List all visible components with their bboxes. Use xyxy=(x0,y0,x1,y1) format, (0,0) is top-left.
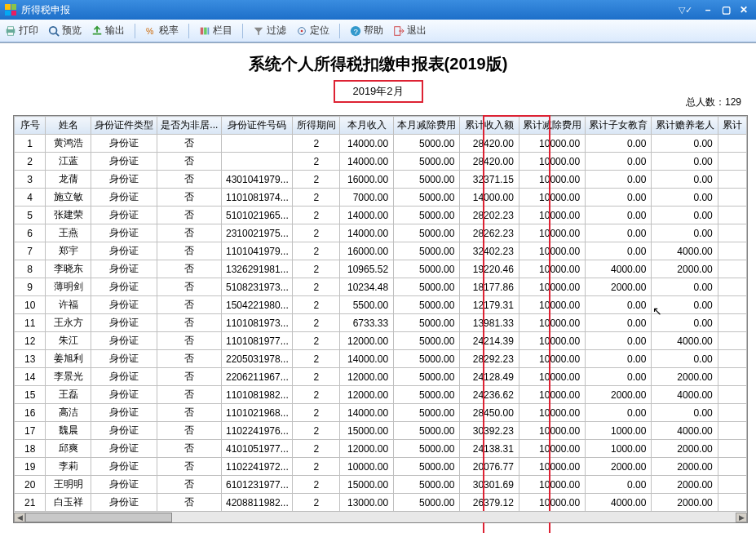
cell-res: 否 xyxy=(157,332,222,350)
locate-button[interactable]: 定位 xyxy=(296,24,329,38)
cell-id: 2205031978... xyxy=(222,350,293,368)
col-header[interactable]: 所得期间 xyxy=(293,117,340,135)
table-row[interactable]: 21白玉祥身份证否4208811982...213000.005000.0026… xyxy=(15,494,747,512)
exit-button[interactable]: 退出 xyxy=(393,24,427,38)
cell-extra xyxy=(718,207,746,224)
cell-period: 2 xyxy=(293,242,340,260)
cell-cum_income: 28420.00 xyxy=(460,135,519,153)
cell-name: 魏晨 xyxy=(46,422,91,440)
table-row[interactable]: 17魏晨身份证否1102241976...215000.005000.00303… xyxy=(15,422,747,440)
svg-text:%: % xyxy=(146,25,153,35)
cell-old: 4000.00 xyxy=(652,422,718,440)
export-button[interactable]: 输出 xyxy=(91,24,125,38)
print-button[interactable]: 打印 xyxy=(5,24,38,38)
cell-id: 1101081982... xyxy=(222,386,293,404)
cell-cum_income: 12179.31 xyxy=(460,296,519,314)
cell-res: 否 xyxy=(157,207,222,224)
cell-type: 身份证 xyxy=(91,440,157,458)
data-grid[interactable]: 序号姓名身份证件类型是否为非居...身份证件号码所得期间本月收入本月减除费用累计… xyxy=(14,116,747,511)
col-header[interactable]: 姓名 xyxy=(46,117,91,135)
columns-button[interactable]: 栏目 xyxy=(199,24,232,38)
table-row[interactable]: 16高洁身份证否1101021968...214000.005000.00284… xyxy=(15,404,747,422)
col-header[interactable]: 身份证件号码 xyxy=(222,117,293,135)
svg-rect-2 xyxy=(8,32,14,35)
cell-cum_income: 32371.15 xyxy=(460,171,519,189)
col-header[interactable]: 序号 xyxy=(15,117,46,135)
cell-name: 黄鸿浩 xyxy=(46,135,91,153)
table-row[interactable]: 11王永方身份证否1101081973...26733.335000.00139… xyxy=(15,314,747,332)
table-row[interactable]: 5张建荣身份证否5101021965...214000.005000.00282… xyxy=(15,207,747,224)
help-icon: ? xyxy=(350,25,361,37)
table-row[interactable]: 3龙蒨身份证否4301041979...216000.005000.003237… xyxy=(15,171,747,189)
table-row[interactable]: 20王明明身份证否6101231977...215000.005000.0030… xyxy=(15,476,747,494)
cell-no: 9 xyxy=(15,278,46,296)
cell-period: 2 xyxy=(293,260,340,278)
table-row[interactable]: 1黄鸿浩身份证否214000.005000.0028420.0010000.00… xyxy=(15,135,747,153)
col-header[interactable]: 累计子女教育 xyxy=(586,117,652,135)
table-row[interactable]: 15王磊身份证否1101081982...212000.005000.00242… xyxy=(15,386,747,404)
minimize-button[interactable]: – xyxy=(701,3,715,16)
cell-old: 0.00 xyxy=(652,404,718,422)
cell-cum_income: 14000.00 xyxy=(460,189,519,207)
col-header[interactable]: 累计赡养老人 xyxy=(652,117,718,135)
cell-cum_income: 28262.23 xyxy=(460,224,519,242)
cell-period: 2 xyxy=(293,332,340,350)
cell-ded: 5000.00 xyxy=(394,207,460,224)
scroll-right-arrow[interactable]: ▶ xyxy=(736,513,747,522)
tax-table: 序号姓名身份证件类型是否为非居...身份证件号码所得期间本月收入本月减除费用累计… xyxy=(14,116,747,511)
table-row[interactable]: 12朱江身份证否1101081977...212000.005000.00242… xyxy=(15,332,747,350)
cell-type: 身份证 xyxy=(91,153,157,171)
cell-period: 2 xyxy=(293,476,340,494)
col-header[interactable]: 累计 xyxy=(718,117,746,135)
cell-type: 身份证 xyxy=(91,494,157,512)
svg-rect-1 xyxy=(8,26,14,29)
filter-button[interactable]: 过滤 xyxy=(253,24,286,38)
cell-extra xyxy=(718,368,746,386)
rate-button[interactable]: %税率 xyxy=(145,24,179,38)
cell-no: 16 xyxy=(15,404,46,422)
table-row[interactable]: 19李莉身份证否1102241972...210000.005000.00200… xyxy=(15,458,747,476)
scroll-left-arrow[interactable]: ◀ xyxy=(14,513,25,522)
maximize-button[interactable]: ▢ xyxy=(718,3,733,16)
col-header[interactable]: 身份证件类型 xyxy=(91,117,157,135)
cell-res: 否 xyxy=(157,153,222,171)
col-header[interactable]: 累计减除费用 xyxy=(519,117,585,135)
horizontal-scrollbar[interactable]: ◀ ▶ xyxy=(14,511,747,522)
cell-cum_income: 26379.12 xyxy=(460,494,519,512)
table-row[interactable]: 10许福身份证否1504221980...25500.005000.001217… xyxy=(15,296,747,314)
cell-ded: 5000.00 xyxy=(394,494,460,512)
table-row[interactable]: 13姜旭利身份证否2205031978...214000.005000.0028… xyxy=(15,350,747,368)
table-row[interactable]: 7郑宇身份证否1101041979...216000.005000.003240… xyxy=(15,242,747,260)
cell-period: 2 xyxy=(293,224,340,242)
col-header[interactable]: 是否为非居... xyxy=(157,117,222,135)
table-row[interactable]: 2江蓝身份证否214000.005000.0028420.0010000.000… xyxy=(15,153,747,171)
table-row[interactable]: 14李景光身份证否2206211967...212000.005000.0024… xyxy=(15,368,747,386)
col-header[interactable]: 本月收入 xyxy=(340,117,394,135)
table-row[interactable]: 18邱爽身份证否4101051977...212000.005000.00241… xyxy=(15,440,747,458)
filter-icon xyxy=(253,25,264,37)
cell-cum_income: 20076.77 xyxy=(460,458,519,476)
scroll-track[interactable] xyxy=(25,513,736,522)
preview-button[interactable]: 预览 xyxy=(48,24,82,38)
cell-cum_ded: 10000.00 xyxy=(519,440,585,458)
cell-name: 王燕 xyxy=(46,224,91,242)
cell-ded: 5000.00 xyxy=(394,476,460,494)
cell-id: 5101021965... xyxy=(222,207,293,224)
cell-res: 否 xyxy=(157,171,222,189)
close-button[interactable]: ✕ xyxy=(736,3,751,16)
table-row[interactable]: 6王燕身份证否2310021975...214000.005000.002826… xyxy=(15,224,747,242)
table-row[interactable]: 4施立敏身份证否1101081974...27000.005000.001400… xyxy=(15,189,747,207)
cell-period: 2 xyxy=(293,386,340,404)
col-header[interactable]: 累计收入额 xyxy=(460,117,519,135)
cell-cum_ded: 10000.00 xyxy=(519,332,585,350)
cell-income: 12000.00 xyxy=(340,368,394,386)
table-row[interactable]: 9薄明剑身份证否5108231973...210234.485000.00181… xyxy=(15,278,747,296)
cell-cum_income: 28202.23 xyxy=(460,207,519,224)
help-button[interactable]: ?帮助 xyxy=(350,24,383,38)
col-header[interactable]: 本月减除费用 xyxy=(394,117,460,135)
cell-income: 6733.33 xyxy=(340,314,394,332)
cell-extra xyxy=(718,242,746,260)
table-row[interactable]: 8李晓东身份证否1326291981...210965.525000.00192… xyxy=(15,260,747,278)
window-title: 所得税申报 xyxy=(21,3,679,17)
scroll-thumb[interactable] xyxy=(25,513,172,522)
